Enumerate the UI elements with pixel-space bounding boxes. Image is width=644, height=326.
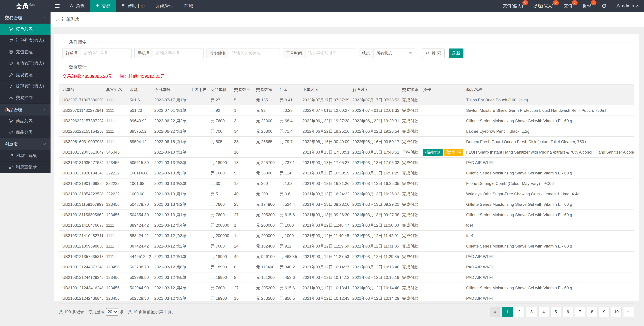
sidebar-item-order-list[interactable]: 订单列表 bbox=[0, 24, 50, 35]
cell-balance: 1000.60 bbox=[126, 189, 151, 199]
cancel-order-button[interactable]: 取消订单 bbox=[444, 149, 463, 156]
cell-order_time: 2021年03月13日 16:31:26 bbox=[299, 178, 349, 189]
pagination-page-7[interactable]: 7 bbox=[574, 307, 586, 317]
cell-commission: 元 68.4 bbox=[276, 116, 299, 126]
cell-actions bbox=[420, 126, 463, 136]
top-navbar: 会员会员 角色交易帮助中心系统管理商城 充值(假人)0提现(假人)0充值0提现0… bbox=[0, 0, 644, 12]
cell-price bbox=[207, 147, 231, 158]
top-link-withdraw-fake[interactable]: 提现(假人)0 bbox=[528, 0, 558, 12]
pagination-page-3[interactable]: 3 bbox=[526, 307, 537, 317]
cell-status: 完成付款 bbox=[399, 126, 420, 136]
cell-amount: 元 360 bbox=[252, 178, 276, 189]
cell-balance: 89643.92 bbox=[126, 116, 151, 126]
sidebar-section-trade-mgmt[interactable]: 交易管理 bbox=[0, 12, 50, 24]
sidebar-item-lixibao-records[interactable]: 利息宝记录 bbox=[0, 162, 50, 173]
sidebar-item-goods-list[interactable]: 商品列表 bbox=[0, 116, 50, 127]
sidebar-section-goods-mgmt[interactable]: 商品管理 bbox=[0, 104, 50, 116]
pagination-page-2[interactable]: 2 bbox=[514, 307, 525, 317]
sidebar-item-trade-control[interactable]: 交易控制 bbox=[0, 92, 50, 104]
pagination-page-8[interactable]: 8 bbox=[587, 307, 598, 317]
cell-balance: 100114.68 bbox=[126, 168, 151, 178]
nav-item-help-center[interactable]: 帮助中心 bbox=[116, 0, 150, 12]
sidebar-item-lixibao-options[interactable]: 利息宝选项 bbox=[0, 150, 50, 162]
filter-input-order-no[interactable] bbox=[81, 48, 132, 58]
filter-input-phone[interactable] bbox=[153, 48, 204, 58]
notification-badge: 0 bbox=[572, 0, 578, 5]
admin-user-menu[interactable]: admin bbox=[611, 0, 644, 12]
column-header-10: 解冻时间 bbox=[349, 84, 399, 95]
top-link-recharge[interactable]: 充值0 bbox=[558, 0, 578, 12]
page-size-select[interactable]: 20 bbox=[106, 308, 118, 316]
filter-row: 订单号手机号真实姓名下单时间状态所有状态搜 索刷新 bbox=[62, 48, 634, 58]
cell-unfreeze_time: 2022年07月17日 07:38:53 bbox=[349, 95, 399, 105]
filter-input-realname[interactable] bbox=[229, 48, 280, 58]
nav-item-trade[interactable]: 交易 bbox=[90, 0, 116, 12]
top-link-recharge-fake[interactable]: 充值(假人)0 bbox=[498, 0, 528, 12]
cell-balance: 505615.80 bbox=[126, 158, 151, 168]
table-row-18: UB2103121243416246123456502944.902021-03… bbox=[59, 283, 634, 293]
cell-price: 元 18900 bbox=[207, 272, 231, 283]
notification-badge: 0 bbox=[522, 0, 528, 5]
pagination-prev[interactable]: « bbox=[490, 307, 500, 317]
top-link-withdraw[interactable]: 提现0 bbox=[578, 0, 596, 12]
cell-unfreeze_time: 2022年06月16日 00:50:17 bbox=[349, 136, 399, 147]
force-pay-button[interactable]: 强制付款 bbox=[423, 149, 442, 156]
pagination-page-5[interactable]: 5 bbox=[550, 307, 561, 317]
pagination-next[interactable]: » bbox=[623, 307, 634, 317]
table-row-17: UB2103121244129245123456503398.502021-03… bbox=[59, 272, 634, 283]
cell-qty: 27 bbox=[231, 283, 252, 293]
refresh-list-button[interactable]: 刷新 bbox=[449, 48, 464, 58]
table-row-11: UB2103131156305662123456504354.302021-03… bbox=[59, 210, 634, 220]
cell-today: 2021-03-13 第2单 bbox=[151, 178, 187, 189]
sidebar-item-withdraw-mgmt-fake[interactable]: 提现管理(假人) bbox=[0, 81, 50, 92]
records-summary-suffix: 条，共 10 页当前显示第 1 页。 bbox=[120, 309, 176, 315]
cell-qty: 15 bbox=[231, 293, 252, 304]
nav-item-role[interactable]: 角色 bbox=[64, 0, 90, 12]
cell-unfreeze_time: 2021年03月13日 16:32:35 bbox=[349, 178, 399, 189]
pagination-page-4[interactable]: 4 bbox=[538, 307, 549, 317]
filter-label-realname: 真实姓名 bbox=[206, 48, 229, 58]
records-summary-prefix: 共 190 条记录，每页显示 bbox=[59, 309, 104, 315]
cell-qty: 27 bbox=[231, 210, 252, 220]
cell-balance: 4446512.42 bbox=[126, 252, 151, 262]
pagination-page-9[interactable]: 9 bbox=[599, 307, 610, 317]
pagination-page-10[interactable]: 10 bbox=[611, 307, 622, 317]
search-button[interactable]: 搜 索 bbox=[422, 48, 445, 58]
cell-balance: 503738.70 bbox=[126, 262, 151, 272]
cell-today: 2021-03-13 第2单 bbox=[151, 199, 187, 210]
cell-product: Gillette Series Moisturizing Shave Gel w… bbox=[463, 168, 634, 178]
sidebar-section-lixibao[interactable]: 利息宝 bbox=[0, 138, 50, 150]
cell-order_no: UB2103121242436843 bbox=[59, 293, 103, 304]
pagination-page-1[interactable]: 1 bbox=[502, 307, 513, 317]
sidebar-item-recharge-mgmt-fake[interactable]: 充值管理(假人) bbox=[0, 58, 50, 70]
cell-product: Savlon Moisture Shield Germ Protection L… bbox=[463, 105, 634, 116]
sidebar-item-recharge-mgmt[interactable]: 充值管理 bbox=[0, 46, 50, 58]
filter-input-order-time[interactable] bbox=[305, 48, 356, 58]
cell-balance: 502944.90 bbox=[126, 283, 151, 293]
nav-item-system-mgmt[interactable]: 系统管理 bbox=[150, 0, 179, 12]
sidebar-item-goods-category[interactable]: 商品分类 bbox=[0, 127, 50, 138]
hamburger-menu-icon[interactable] bbox=[50, 0, 64, 12]
nav-item-label: 商城 bbox=[184, 3, 193, 9]
pagination-page-6[interactable]: 6 bbox=[562, 307, 573, 317]
cell-unfreeze_time: 2021年03月13日 17:06:33 bbox=[349, 158, 399, 168]
cell-parent bbox=[187, 147, 207, 158]
cell-qty: 49 bbox=[231, 252, 252, 262]
refresh-button[interactable] bbox=[596, 0, 611, 12]
link-icon bbox=[9, 154, 13, 158]
cell-status: 完成付款 bbox=[399, 210, 420, 220]
column-header-13: 商品名称 bbox=[463, 84, 634, 95]
cell-status: 完成付款 bbox=[399, 241, 420, 252]
cell-parent bbox=[187, 199, 207, 210]
sidebar-item-withdraw-mgmt[interactable]: 提现管理 bbox=[0, 70, 50, 81]
cell-unfreeze_time: 2021年03月12日 11:31:05 bbox=[349, 241, 399, 252]
cell-product: Gillette Series Moisturizing Shave Gel w… bbox=[463, 283, 634, 293]
sidebar-section-title: 交易管理 bbox=[5, 15, 22, 21]
cell-order_time: 2021年03月13日 17:05:27 bbox=[299, 158, 349, 168]
cell-status: 完成付款 bbox=[399, 189, 420, 199]
nav-item-mall[interactable]: 商城 bbox=[179, 0, 198, 12]
column-header-3: 今日单数 bbox=[151, 84, 187, 95]
cell-status: 等待付款 bbox=[399, 147, 420, 158]
sidebar-item-order-list-fake[interactable]: 订单列表(假人) bbox=[0, 35, 50, 46]
filter-select-status[interactable]: 所有状态 bbox=[373, 48, 415, 58]
